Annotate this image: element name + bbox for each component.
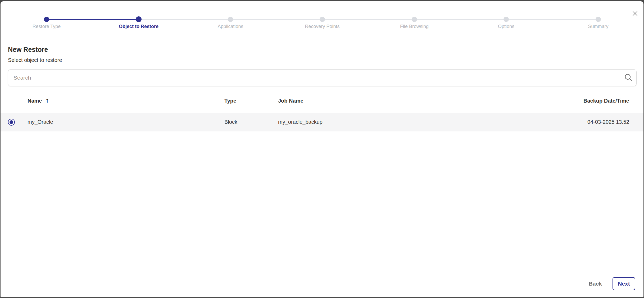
step-dot-options[interactable] xyxy=(504,17,509,22)
search-bar xyxy=(8,69,637,86)
search-icon xyxy=(624,73,633,82)
page-title: New Restore xyxy=(8,46,48,53)
page-subtitle: Select object to restore xyxy=(8,57,62,63)
close-icon xyxy=(632,10,638,17)
step-label-recovery-points[interactable]: Recovery Points xyxy=(280,24,365,29)
search-input[interactable] xyxy=(8,70,620,86)
objects-table: Name↑ Type Job Name Backup Date/Time my_… xyxy=(1,89,643,131)
next-button[interactable]: Next xyxy=(613,277,635,290)
sort-ascending-icon[interactable]: ↑ xyxy=(45,98,49,104)
row-cell-type: Block xyxy=(224,119,278,125)
stepper-progress-line xyxy=(47,19,139,20)
step-label-applications[interactable]: Applications xyxy=(188,24,273,29)
back-button[interactable]: Back xyxy=(587,278,604,290)
new-restore-dialog: Restore Type Object to Restore Applicati… xyxy=(1,1,643,297)
step-dot-restore-type[interactable] xyxy=(44,17,49,22)
header-cell-job-name[interactable]: Job Name xyxy=(278,98,532,104)
row-cell-job-name: my_oracle_backup xyxy=(278,119,532,125)
step-dot-summary[interactable] xyxy=(596,17,601,22)
header-cell-backup-datetime[interactable]: Backup Date/Time xyxy=(532,98,643,104)
row-radio-selected[interactable] xyxy=(8,119,15,126)
row-cell-backup-datetime: 04-03-2025 13:52 xyxy=(532,119,643,125)
step-dot-file-browsing[interactable] xyxy=(412,17,417,22)
step-dot-applications[interactable] xyxy=(228,17,233,22)
close-button[interactable] xyxy=(630,9,640,18)
table-header-row: Name↑ Type Job Name Backup Date/Time xyxy=(1,89,643,113)
row-select-cell xyxy=(1,119,28,126)
header-cell-name[interactable]: Name↑ xyxy=(28,98,224,104)
stepper-track-line xyxy=(139,19,598,20)
search-button[interactable] xyxy=(620,70,636,86)
row-cell-name: my_Oracle xyxy=(28,119,224,125)
step-dot-object-to-restore[interactable] xyxy=(136,16,142,22)
step-label-summary[interactable]: Summary xyxy=(556,24,641,29)
step-label-options[interactable]: Options xyxy=(464,24,548,29)
wizard-stepper: Restore Type Object to Restore Applicati… xyxy=(1,1,643,33)
step-label-object-to-restore[interactable]: Object to Restore xyxy=(96,24,181,29)
radio-dot xyxy=(10,120,13,124)
table-row-my-oracle[interactable]: my_Oracle Block my_oracle_backup 04-03-2… xyxy=(1,113,643,131)
wizard-footer: Back Next xyxy=(587,277,635,290)
step-dot-recovery-points[interactable] xyxy=(320,17,325,22)
header-cell-type[interactable]: Type xyxy=(224,98,278,104)
dialog-overlay: Restore Type Object to Restore Applicati… xyxy=(0,0,644,298)
header-name-label: Name xyxy=(28,98,42,104)
step-label-restore-type[interactable]: Restore Type xyxy=(4,24,89,29)
step-label-file-browsing[interactable]: File Browsing xyxy=(372,24,457,29)
